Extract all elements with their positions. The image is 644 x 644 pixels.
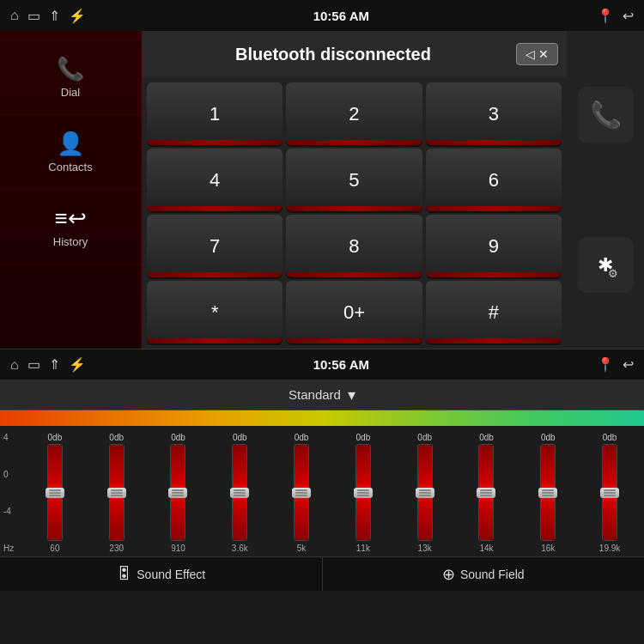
home-icon[interactable]: ⌂ bbox=[10, 8, 19, 23]
eq-slider-handle-13k bbox=[416, 488, 434, 498]
arrow-icon[interactable]: ⇑ bbox=[49, 8, 60, 24]
eq-band-19k9: 0db 19.9k bbox=[582, 433, 638, 553]
eq-freq-910: 910 bbox=[171, 544, 185, 553]
eq-slider-inner-910 bbox=[171, 445, 185, 540]
equalizer-section: Standard ▾ 4 0 -4 Hz 0db 60 0db bbox=[0, 380, 644, 556]
eq-slider-handle-5k bbox=[292, 488, 311, 498]
eq-hz-label: Hz bbox=[3, 544, 14, 553]
close-button[interactable]: ◁ ✕ bbox=[516, 43, 558, 65]
phone-icon: 📞 bbox=[590, 100, 622, 130]
sound-field-button[interactable]: ⊕ Sound Field bbox=[323, 557, 645, 591]
eq-slider-inner-13k bbox=[418, 445, 432, 540]
call-button[interactable]: 📞 bbox=[578, 87, 634, 143]
eq-preset-label: Standard bbox=[289, 387, 341, 402]
bluetooth-settings-button[interactable]: ✱ ⚙ bbox=[578, 237, 634, 293]
location-icon[interactable]: 📍 bbox=[597, 8, 614, 24]
back-icon-2[interactable]: ↩ bbox=[623, 356, 634, 373]
eq-slider-track-910[interactable] bbox=[170, 444, 185, 541]
eq-freq-230: 230 bbox=[109, 544, 124, 553]
dial-key-1[interactable]: 1 bbox=[147, 82, 283, 145]
dial-key-7[interactable]: 7 bbox=[147, 215, 283, 277]
status2-icons-right: 📍 ↩ bbox=[597, 356, 634, 373]
eq-freq-19k9: 19.9k bbox=[599, 544, 620, 553]
eq-slider-inner-11k bbox=[356, 445, 370, 540]
eq-slider-handle-16k bbox=[538, 488, 557, 498]
sidebar-item-dial[interactable]: 📞 Dial bbox=[0, 39, 141, 115]
right-buttons: 📞 ✱ ⚙ bbox=[567, 31, 644, 349]
status-time: 10:56 AM bbox=[313, 9, 369, 23]
eq-preset-row: Standard ▾ bbox=[0, 380, 644, 410]
sidebar-item-contacts[interactable]: 👤 Contacts bbox=[0, 115, 141, 190]
eq-band-14k: 0db 14k bbox=[459, 433, 514, 553]
eq-freq-3k6: 3.6k bbox=[232, 544, 248, 553]
eq-band-11k: 0db 11k bbox=[335, 433, 391, 553]
eq-band-16k: 0db 16k bbox=[520, 433, 576, 553]
eq-band-910: 0db 910 bbox=[150, 433, 206, 553]
eq-slider-track-60[interactable] bbox=[47, 444, 63, 541]
eq-band-910-db: 0db bbox=[171, 433, 185, 442]
location-icon-2[interactable]: 📍 bbox=[597, 356, 614, 373]
sidebar-item-history[interactable]: ≡↩ History bbox=[0, 190, 141, 264]
eq-band-19k9-db: 0db bbox=[603, 433, 617, 442]
eq-band-60: 0db 60 bbox=[27, 433, 82, 553]
phone-panel: 📞 Dial 👤 Contacts ≡↩ History Bluetooth d… bbox=[0, 31, 644, 349]
gear-icon: ⚙ bbox=[608, 267, 618, 280]
status-time-2: 10:56 AM bbox=[313, 357, 369, 372]
eq-slider-inner-230 bbox=[110, 445, 124, 540]
eq-slider-track-16k[interactable] bbox=[540, 444, 556, 541]
sound-field-icon: ⊕ bbox=[442, 565, 455, 584]
bluetooth-header: Bluetooth disconnected ◁ ✕ bbox=[142, 31, 567, 77]
dial-key-star[interactable]: * bbox=[147, 281, 283, 343]
dial-key-2[interactable]: 2 bbox=[286, 82, 422, 145]
status-bar-bottom: ⌂ ▭ ⇑ ⚡ 10:56 AM 📍 ↩ bbox=[0, 349, 644, 380]
eq-band-3k6: 0db 3.6k bbox=[212, 433, 268, 553]
dial-key-4[interactable]: 4 bbox=[147, 149, 283, 211]
eq-slider-track-14k[interactable] bbox=[478, 444, 494, 541]
home-icon-2[interactable]: ⌂ bbox=[10, 357, 19, 373]
eq-slider-track-11k[interactable] bbox=[355, 444, 371, 541]
dial-label: Dial bbox=[61, 86, 80, 99]
usb-icon: ⚡ bbox=[69, 8, 86, 24]
dial-key-6[interactable]: 6 bbox=[426, 149, 562, 211]
eq-band-16k-db: 0db bbox=[541, 433, 556, 442]
eq-slider-inner-60 bbox=[48, 445, 62, 540]
spectrum-bar bbox=[0, 410, 644, 426]
eq-freq-60: 60 bbox=[50, 544, 59, 553]
eq-slider-track-230[interactable] bbox=[109, 444, 125, 541]
eq-freq-5k: 5k bbox=[297, 544, 307, 553]
eq-band-5k: 0db 5k bbox=[274, 433, 330, 553]
dial-key-0[interactable]: 0+ bbox=[286, 281, 422, 343]
dialpad-grid: 1 2 3 4 5 6 7 8 9 * 0+ # bbox=[142, 77, 567, 349]
sound-effect-button[interactable]: 🎛 Sound Effect bbox=[0, 557, 323, 591]
eq-band-13k-db: 0db bbox=[417, 433, 432, 442]
eq-band-230: 0db 230 bbox=[88, 433, 144, 553]
eq-slider-track-13k[interactable] bbox=[417, 444, 433, 541]
chevron-left-icon: ◁ bbox=[526, 47, 535, 61]
dial-key-hash[interactable]: # bbox=[426, 281, 562, 343]
screen-icon[interactable]: ▭ bbox=[27, 8, 40, 24]
eq-db-labels: 4 0 -4 Hz bbox=[3, 433, 14, 553]
eq-slider-handle-3k6 bbox=[230, 488, 249, 498]
contacts-icon: 👤 bbox=[57, 131, 84, 157]
back-icon[interactable]: ↩ bbox=[623, 8, 634, 24]
eq-slider-track-19k9[interactable] bbox=[602, 444, 617, 541]
bluetooth-title: Bluetooth disconnected bbox=[150, 45, 516, 64]
eq-band-14k-db: 0db bbox=[479, 433, 494, 442]
eq-slider-track-3k6[interactable] bbox=[232, 444, 247, 541]
dial-key-3[interactable]: 3 bbox=[426, 82, 562, 145]
dial-key-8[interactable]: 8 bbox=[286, 215, 422, 277]
dialpad-area: Bluetooth disconnected ◁ ✕ 1 2 3 4 5 6 7… bbox=[142, 31, 567, 349]
screen-icon-2[interactable]: ▭ bbox=[27, 356, 40, 373]
eq-slider-track-5k[interactable] bbox=[294, 444, 309, 541]
status-icons-right: 📍 ↩ bbox=[597, 8, 634, 24]
eq-db-0: 0 bbox=[3, 470, 14, 479]
history-icon: ≡↩ bbox=[54, 205, 86, 232]
close-icon: ✕ bbox=[538, 47, 549, 61]
eq-container: 4 0 -4 Hz 0db 60 0db bbox=[0, 426, 644, 556]
dial-key-9[interactable]: 9 bbox=[426, 215, 562, 277]
sound-field-label: Sound Field bbox=[460, 568, 525, 581]
contacts-label: Contacts bbox=[48, 161, 92, 173]
dial-key-5[interactable]: 5 bbox=[286, 149, 422, 211]
eq-preset-dropdown-icon[interactable]: ▾ bbox=[348, 386, 355, 404]
arrow-icon-2[interactable]: ⇑ bbox=[49, 356, 60, 373]
